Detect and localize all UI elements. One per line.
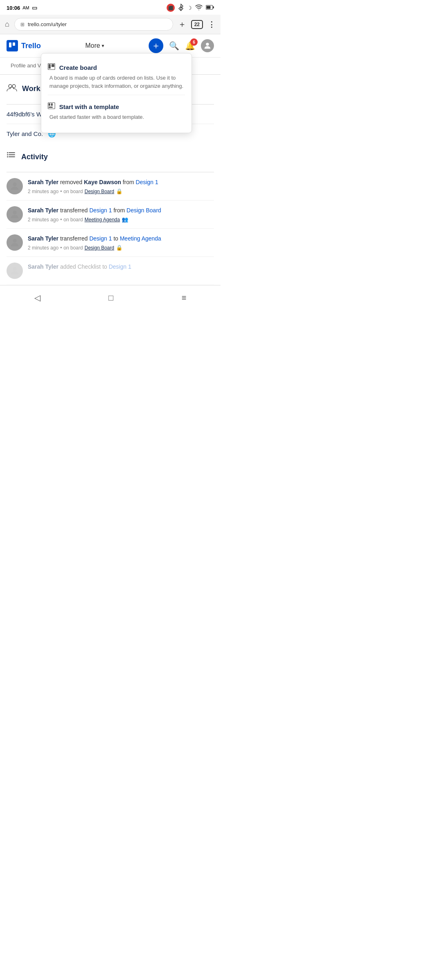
board-lock-icon-3: 🔒 <box>116 245 122 251</box>
svg-rect-10 <box>49 103 50 106</box>
from-label-2: from <box>114 207 127 214</box>
home-button[interactable]: ⌂ <box>5 20 9 29</box>
activity-item-4-partial: Sarah Tyler added Checklist to Design 1 <box>7 257 214 285</box>
on-board-label-3: on board <box>64 245 83 251</box>
user-name-1: Sarah Tyler <box>28 179 58 185</box>
svg-rect-8 <box>51 64 54 67</box>
svg-rect-2 <box>207 6 211 9</box>
activity-item-2: Sarah Tyler transferred Design 1 from De… <box>7 200 214 229</box>
board-lock-icon-1: 🔒 <box>116 188 122 194</box>
card-link-1[interactable]: Design 1 <box>136 179 158 185</box>
dot-3: • <box>60 245 62 251</box>
activity-header: Activity <box>7 151 214 162</box>
activity-meta-3: 2 minutes ago • on board Design Board 🔒 <box>28 245 161 251</box>
svg-rect-12 <box>49 107 53 108</box>
svg-rect-11 <box>51 103 53 106</box>
time-display: 10:06 <box>7 5 20 11</box>
status-bar: 10:06 AM ▭ ⬛ ☽ <box>0 0 220 15</box>
card-link-2[interactable]: Design 1 <box>89 207 112 214</box>
dot-2: • <box>60 217 62 223</box>
activity-meta-1: 2 minutes ago • on board Design Board 🔒 <box>28 188 158 194</box>
dot-1: • <box>60 189 62 194</box>
on-board-label-2: on board <box>64 217 83 223</box>
create-button[interactable]: ＋ <box>149 38 163 53</box>
user-name-2: Sarah Tyler <box>28 207 58 214</box>
back-icon: ◁ <box>34 293 40 302</box>
action-4: added Checklist to <box>60 263 109 270</box>
trello-logo-icon <box>7 40 18 51</box>
activity-text-3: Sarah Tyler transferred Design 1 to Meet… <box>28 234 161 243</box>
avatar-3 <box>7 234 23 251</box>
target-1: Kaye Dawson <box>84 179 121 185</box>
search-icon[interactable]: 🔍 <box>169 41 179 51</box>
card-link-3[interactable]: Design 1 <box>89 235 112 242</box>
time-1: 2 minutes ago <box>28 189 58 194</box>
start-template-header: Start with a template <box>48 102 185 111</box>
svg-rect-1 <box>213 6 214 8</box>
create-board-description: A board is made up of cards ordered on l… <box>48 74 185 90</box>
ampm-display: AM <box>22 5 29 10</box>
user-name-3: Sarah Tyler <box>28 235 58 242</box>
menu-icon: ≡ <box>182 293 187 302</box>
avatar-2 <box>7 206 23 223</box>
activity-content-3: Sarah Tyler transferred Design 1 to Meet… <box>28 234 161 251</box>
url-bar[interactable]: ⊞ trello.com/u/tyler <box>14 18 173 31</box>
add-tab-button[interactable]: ＋ <box>178 19 186 30</box>
status-icons: ⬛ ☽ <box>167 4 214 12</box>
svg-point-24 <box>13 267 16 271</box>
from-board-2[interactable]: Design Board <box>127 207 161 214</box>
tab-count[interactable]: 22 <box>191 20 203 29</box>
activity-content-4: Sarah Tyler added Checklist to Design 1 <box>28 263 131 271</box>
activity-meta-2: 2 minutes ago • on board Meeting Agenda … <box>28 216 161 223</box>
create-board-title: Create board <box>59 64 97 71</box>
on-board-label-1: on board <box>64 189 83 194</box>
trello-logo[interactable]: Trello <box>7 40 41 51</box>
avatar-1 <box>7 178 23 194</box>
create-board-option[interactable]: Create board A board is made up of cards… <box>48 60 185 95</box>
svg-rect-7 <box>49 64 51 69</box>
board-link-3[interactable]: Design Board <box>85 245 114 251</box>
url-text: trello.com/u/tyler <box>28 21 67 27</box>
moon-icon: ☽ <box>187 5 192 11</box>
user-avatar[interactable] <box>201 39 214 52</box>
activity-content-2: Sarah Tyler transferred Design 1 from De… <box>28 206 161 223</box>
activity-item-1: Sarah Tyler removed Kaye Dawson from Des… <box>7 172 214 200</box>
action-3: transferred <box>60 235 89 242</box>
create-board-header: Create board <box>48 63 185 71</box>
activity-section: Activity <box>0 143 220 172</box>
bluetooth-icon <box>178 4 184 12</box>
site-icon: ⊞ <box>20 22 24 27</box>
svg-point-20 <box>7 156 8 158</box>
status-time: 10:06 AM ▭ <box>7 4 37 11</box>
nav-actions: ＋ 🔍 🔔 6 <box>149 38 214 53</box>
svg-point-19 <box>7 154 8 156</box>
more-label: More <box>85 42 100 49</box>
board-link-1[interactable]: Design Board <box>85 189 114 194</box>
svg-rect-3 <box>9 42 11 47</box>
menu-button[interactable]: ≡ <box>175 292 193 304</box>
start-template-option[interactable]: Start with a template Get started faster… <box>48 99 185 126</box>
svg-rect-4 <box>13 42 15 46</box>
board-link-2[interactable]: Meeting Agenda <box>85 217 120 223</box>
template-icon <box>48 102 55 111</box>
video-cam-icon: ▭ <box>32 4 37 11</box>
activity-item-3: Sarah Tyler transferred Design 1 to Meet… <box>7 229 214 257</box>
preposition-1: from <box>122 179 136 185</box>
trello-logo-text: Trello <box>21 42 41 50</box>
activity-title: Activity <box>21 153 48 161</box>
svg-point-22 <box>13 211 16 214</box>
svg-point-5 <box>206 43 209 46</box>
back-button[interactable]: ◁ <box>28 291 47 304</box>
svg-point-23 <box>13 239 16 243</box>
to-board-3[interactable]: Meeting Agenda <box>120 235 161 242</box>
home-button-nav[interactable]: □ <box>102 292 120 304</box>
activity-content-1: Sarah Tyler removed Kaye Dawson from Des… <box>28 178 158 194</box>
start-template-description: Get started faster with a board template… <box>48 113 185 121</box>
more-menu-button[interactable]: More ▾ <box>82 40 107 51</box>
notifications-button[interactable]: 🔔 6 <box>185 41 195 51</box>
avatar-4 <box>7 263 23 279</box>
browser-menu-button[interactable]: ⋮ <box>208 20 216 29</box>
wifi-icon <box>195 4 203 11</box>
card-link-4[interactable]: Design 1 <box>109 263 131 270</box>
action-2: transferred <box>60 207 89 214</box>
